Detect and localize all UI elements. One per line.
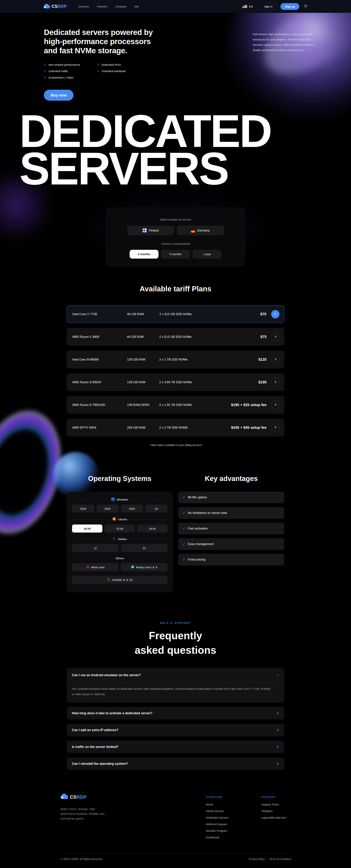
os-group-ubuntu: Ubuntu — [72, 517, 168, 521]
period-button-6-months[interactable]: 6 months — [161, 250, 190, 258]
os-group-others: Others — [72, 557, 168, 560]
check-icon: ✓ — [183, 527, 185, 530]
logo[interactable]: CSRDP — [43, 4, 67, 9]
os-button-ubuntu-2204[interactable]: 22.04 — [105, 525, 135, 532]
chevron-right-icon — [274, 426, 277, 430]
sign-up-button[interactable]: Sign up — [280, 3, 299, 10]
cloud-logo-icon — [43, 4, 50, 9]
plan-row[interactable]: AMD EPYC 9454 256 GB RAM 2 x 2 TB SSD NV… — [67, 419, 284, 436]
plan-price: $125 — [258, 358, 267, 362]
sign-in-button[interactable]: Sign in — [259, 3, 277, 10]
faq-question[interactable]: How long does it take to activate a dedi… — [72, 707, 279, 719]
footer-link-referral-program[interactable]: Referral Program — [206, 823, 228, 826]
dot-separator: • — [267, 858, 268, 861]
debian-icon — [113, 537, 116, 541]
expand-icon[interactable]: + — [276, 710, 279, 716]
period-button-3-months[interactable]: 3 months — [130, 250, 159, 258]
os-button-rocky-linux[interactable]: Rocky Linux: 8, 9 — [121, 563, 168, 571]
expand-icon[interactable]: + — [276, 744, 279, 750]
faq-item: Can I add an extra IP address? + — [67, 724, 284, 736]
hero-description: Full control, high performance, and guar… — [253, 31, 320, 53]
ubuntu-icon — [112, 517, 116, 521]
order-selector-card: Select location of service Finland Germa… — [106, 208, 245, 266]
faq-question[interactable]: Can I add an extra IP address? + — [72, 724, 279, 736]
check-icon: ✓ — [44, 69, 46, 73]
theme-toggle-button[interactable] — [304, 4, 308, 9]
os-button-windows-2016[interactable]: 2016 — [72, 504, 94, 513]
check-icon: ✓ — [183, 511, 185, 515]
windows-icon — [111, 498, 114, 501]
plan-row[interactable]: AMD Ryzen 5 3600 64 GB RAM 2 x 512 GB SS… — [67, 328, 284, 346]
footer-link-dashboard[interactable]: Dashboard — [206, 836, 228, 839]
nav-item-contacts[interactable]: Contacts — [115, 5, 126, 8]
feature-item: ✓Unlimited workload — [97, 68, 126, 74]
os-button-debian-11[interactable]: 11 — [72, 544, 119, 552]
faq-item: How long does it take to activate a dedi… — [67, 707, 284, 719]
footer-link-support-email[interactable]: support@csrdp.host — [261, 816, 286, 819]
os-button-debian-12[interactable]: 12 — [121, 544, 168, 552]
faq-question[interactable]: Can I run an Android emulator on the ser… — [72, 668, 279, 682]
expand-icon[interactable]: + — [276, 727, 279, 733]
advantages-list: ✓99.9% uptime ✓No limitations on server … — [178, 492, 284, 569]
plan-open-button[interactable] — [271, 355, 280, 364]
location-button-germany[interactable]: Germany — [177, 226, 224, 235]
footer-link-telegram[interactable]: Telegram — [261, 809, 286, 812]
plan-open-button[interactable] — [271, 401, 280, 409]
footer-link-reseller-program[interactable]: Reseller Program — [206, 829, 228, 832]
expand-icon[interactable]: + — [276, 761, 279, 767]
check-icon: ✓ — [44, 75, 46, 80]
location-button-finland[interactable]: Finland — [127, 226, 174, 235]
plan-row[interactable]: Intel Core i9-9900K 128 GB RAM 2 x 1 TB … — [67, 351, 284, 368]
plan-open-button[interactable] — [271, 424, 280, 432]
plan-price: $75 — [260, 335, 267, 339]
footer-link-support-ticket[interactable]: Support Ticket — [261, 803, 286, 806]
os-group-debian: Debian — [72, 537, 168, 541]
advantages-title: Key advantages — [178, 475, 284, 483]
os-button-ubuntu-2004[interactable]: 20.04 — [72, 525, 102, 532]
period-button-1-year[interactable]: 1 year — [192, 250, 221, 258]
footer-logo[interactable]: CSRDP — [60, 794, 86, 801]
plan-open-button[interactable] — [271, 333, 280, 341]
nav-item-partners[interactable]: Partners — [97, 5, 107, 8]
plan-price: $195 — [258, 380, 267, 384]
chevron-right-icon — [274, 312, 277, 316]
terms-link[interactable]: Terms & Conditions — [269, 858, 291, 861]
advantage-item: ✓Fixed pricing — [178, 554, 284, 565]
os-section-title: Operating Systems — [67, 475, 173, 483]
page-title: DEDICATED SERVERS — [20, 112, 271, 187]
footer-column-title: OVERVIEW — [206, 796, 228, 799]
plan-open-button[interactable] — [271, 310, 280, 318]
footer-link-dedicated-servers[interactable]: Dedicated Servers — [206, 816, 228, 819]
os-button-windows-2019[interactable]: 2019 — [97, 504, 119, 513]
navbar: CSRDP Services Partners Contacts Info EN… — [0, 0, 351, 13]
nav-item-info[interactable]: Info — [134, 5, 139, 8]
footer-support-column: SUPPORT Support Ticket Telegram support@… — [261, 796, 286, 823]
os-button-centos[interactable]: CentOS: 8, 9, 10 — [72, 576, 168, 584]
footer-link-home[interactable]: Home — [206, 803, 228, 806]
plan-row[interactable]: Intel Core i7-7700 64 GB RAM 2 x 512 GB … — [67, 305, 284, 323]
feature-item: ✓Dedicated IPv4 — [97, 61, 126, 68]
nav-item-services[interactable]: Services — [78, 5, 89, 8]
faq-question[interactable]: Is traffic on the server limited? + — [72, 741, 279, 753]
collapse-icon[interactable]: − — [276, 672, 279, 678]
plan-open-button[interactable] — [271, 378, 280, 386]
buy-now-button[interactable]: Buy now — [44, 90, 73, 101]
plans-footnote: * More plans available in your billing a… — [0, 444, 351, 446]
centos-icon — [107, 578, 110, 582]
faq-question[interactable]: Can I reinstall the operating system? + — [72, 757, 279, 770]
os-button-windows-2022[interactable]: 2022 — [121, 504, 143, 513]
check-icon: ✓ — [97, 63, 100, 67]
os-button-alma-linux[interactable]: Alma Linux — [72, 563, 119, 571]
privacy-policy-link[interactable]: Privacy Policy — [249, 858, 265, 861]
feature-item: ✓Non-shared performance — [44, 61, 80, 68]
plan-row[interactable]: AMD Ryzen 9 5950X 128 GB RAM 2 x 3.84 TB… — [67, 373, 284, 391]
language-selector[interactable]: EN — [242, 5, 253, 8]
plan-price: $195 + $25 setup fee — [231, 403, 267, 407]
footer-tagline: Better. Faster. Stronger. High-performan… — [61, 807, 105, 821]
os-button-ubuntu-2404[interactable]: 24.04 — [137, 525, 168, 532]
plan-row[interactable]: AMD Ryzen 9 7950X3D 128 RAM DDR5 2 x 1.9… — [67, 396, 284, 414]
plans-list: Intel Core i7-7700 64 GB RAM 2 x 512 GB … — [67, 305, 284, 441]
footer-link-virtual-servers[interactable]: Virtual Servers — [206, 809, 228, 812]
footer-divider — [61, 853, 291, 854]
os-button-windows-10[interactable]: 10 — [145, 504, 168, 513]
